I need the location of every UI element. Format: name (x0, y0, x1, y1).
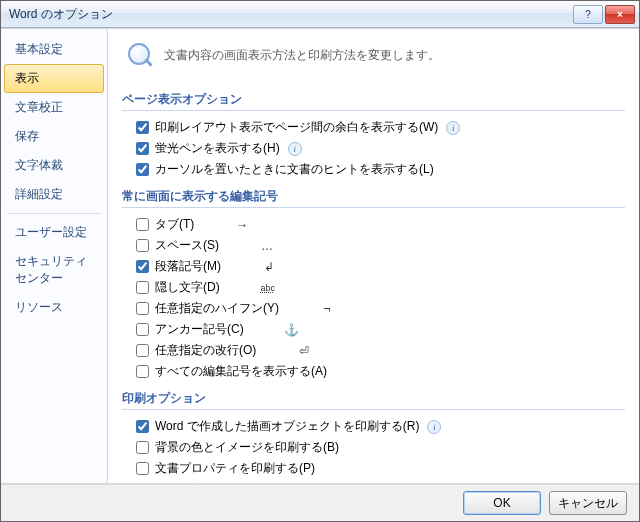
sidebar-item[interactable]: 基本設定 (4, 35, 104, 64)
option-checkbox[interactable] (136, 142, 149, 155)
mark-symbol: ⚓ (284, 323, 300, 337)
intro-text: 文書内容の画面表示方法と印刷方法を変更します。 (164, 47, 440, 64)
option-label: Word で作成した描画オブジェクトを印刷する(R) (155, 418, 419, 435)
option-label: タブ(T) (155, 216, 194, 233)
sidebar-item[interactable]: ユーザー設定 (4, 218, 104, 247)
option-checkbox[interactable] (136, 323, 149, 336)
section-header-edit-marks: 常に画面に表示する編集記号 (122, 184, 625, 208)
option-label: 任意指定のハイフン(Y) (155, 300, 279, 317)
help-button[interactable]: ? (573, 5, 603, 24)
options-dialog: Word のオプション ? × 基本設定表示文章校正保存文字体裁詳細設定ユーザー… (0, 0, 640, 522)
sidebar-item[interactable]: 表示 (4, 64, 104, 93)
print-options: Word で作成した描画オブジェクトを印刷する(R)i背景の色とイメージを印刷す… (122, 418, 625, 484)
sidebar-item[interactable]: リソース (4, 293, 104, 322)
option-checkbox[interactable] (136, 260, 149, 273)
sidebar-item[interactable]: 詳細設定 (4, 180, 104, 209)
mark-symbol: → (234, 218, 250, 232)
section-header-page-display: ページ表示オプション (122, 87, 625, 111)
option-checkbox[interactable] (136, 365, 149, 378)
option-row: 蛍光ペンを表示する(H)i (136, 140, 625, 157)
option-label: 文書プロパティを印刷する(P) (155, 460, 315, 477)
sidebar-item[interactable]: セキュリティ センター (4, 247, 104, 293)
option-checkbox[interactable] (136, 163, 149, 176)
cancel-label: キャンセル (558, 495, 618, 512)
option-label: 隠し文字を印刷する(X) (155, 481, 279, 484)
mark-symbol: ⏎ (296, 344, 312, 358)
option-label: 隠し文字(D) (155, 279, 220, 296)
option-label: 段落記号(M) (155, 258, 221, 275)
ok-button[interactable]: OK (463, 491, 541, 515)
mark-symbol: ¬ (319, 302, 335, 316)
option-row: Word で作成した描画オブジェクトを印刷する(R)i (136, 418, 625, 435)
option-label: すべての編集記号を表示する(A) (155, 363, 327, 380)
option-row: 段落記号(M)↲ (136, 258, 625, 275)
option-row: アンカー記号(C)⚓ (136, 321, 625, 338)
mark-symbol: abc (260, 283, 276, 293)
option-checkbox[interactable] (136, 121, 149, 134)
intro-row: 文書内容の画面表示方法と印刷方法を変更します。 (122, 37, 625, 81)
dialog-body: 基本設定表示文章校正保存文字体裁詳細設定ユーザー設定セキュリティ センターリソー… (1, 28, 639, 484)
option-row: 背景の色とイメージを印刷する(B) (136, 439, 625, 456)
option-checkbox[interactable] (136, 239, 149, 252)
option-row: スペース(S)… (136, 237, 625, 254)
option-label: 背景の色とイメージを印刷する(B) (155, 439, 339, 456)
category-sidebar: 基本設定表示文章校正保存文字体裁詳細設定ユーザー設定セキュリティ センターリソー… (1, 29, 108, 484)
mark-symbol: … (259, 239, 275, 253)
info-icon[interactable]: i (288, 142, 302, 156)
mark-symbol: ↲ (261, 260, 277, 274)
option-checkbox[interactable] (136, 420, 149, 433)
titlebar: Word のオプション ? × (1, 1, 639, 28)
option-checkbox[interactable] (136, 462, 149, 475)
main-panel: 文書内容の画面表示方法と印刷方法を変更します。 ページ表示オプション 印刷レイア… (108, 29, 639, 484)
option-row: すべての編集記号を表示する(A) (136, 363, 625, 380)
info-icon[interactable]: i (446, 121, 460, 135)
option-checkbox[interactable] (136, 281, 149, 294)
option-label: 印刷レイアウト表示でページ間の余白を表示する(W) (155, 119, 438, 136)
ok-label: OK (493, 496, 510, 510)
option-label: 任意指定の改行(O) (155, 342, 256, 359)
info-icon[interactable]: i (427, 420, 441, 434)
option-row: 印刷レイアウト表示でページ間の余白を表示する(W)i (136, 119, 625, 136)
sidebar-item[interactable]: 保存 (4, 122, 104, 151)
option-row: タブ(T)→ (136, 216, 625, 233)
option-label: カーソルを置いたときに文書のヒントを表示する(L) (155, 161, 434, 178)
option-row: 文書プロパティを印刷する(P) (136, 460, 625, 477)
option-row: 隠し文字(D)abc (136, 279, 625, 296)
page-display-options: 印刷レイアウト表示でページ間の余白を表示する(W)i蛍光ペンを表示する(H)iカ… (122, 119, 625, 178)
option-label: アンカー記号(C) (155, 321, 244, 338)
option-label: スペース(S) (155, 237, 219, 254)
option-label: 蛍光ペンを表示する(H) (155, 140, 280, 157)
titlebar-buttons: ? × (573, 5, 635, 24)
cancel-button[interactable]: キャンセル (549, 491, 627, 515)
magnifier-icon (126, 41, 154, 69)
option-checkbox[interactable] (136, 344, 149, 357)
sidebar-item[interactable]: 文字体裁 (4, 151, 104, 180)
option-checkbox[interactable] (136, 441, 149, 454)
section-header-print: 印刷オプション (122, 386, 625, 410)
help-icon: ? (585, 9, 591, 20)
option-row: 隠し文字を印刷する(X) (136, 481, 625, 484)
edit-mark-options: タブ(T)→スペース(S)…段落記号(M)↲隠し文字(D)abc任意指定のハイフ… (122, 216, 625, 380)
close-icon: × (617, 9, 623, 20)
close-button[interactable]: × (605, 5, 635, 24)
sidebar-separator (7, 213, 101, 214)
option-row: カーソルを置いたときに文書のヒントを表示する(L) (136, 161, 625, 178)
sidebar-item[interactable]: 文章校正 (4, 93, 104, 122)
window-title: Word のオプション (9, 6, 573, 23)
option-checkbox[interactable] (136, 483, 149, 484)
dialog-footer: OK キャンセル (1, 484, 639, 521)
option-row: 任意指定のハイフン(Y)¬ (136, 300, 625, 317)
option-checkbox[interactable] (136, 218, 149, 231)
option-checkbox[interactable] (136, 302, 149, 315)
option-row: 任意指定の改行(O)⏎ (136, 342, 625, 359)
